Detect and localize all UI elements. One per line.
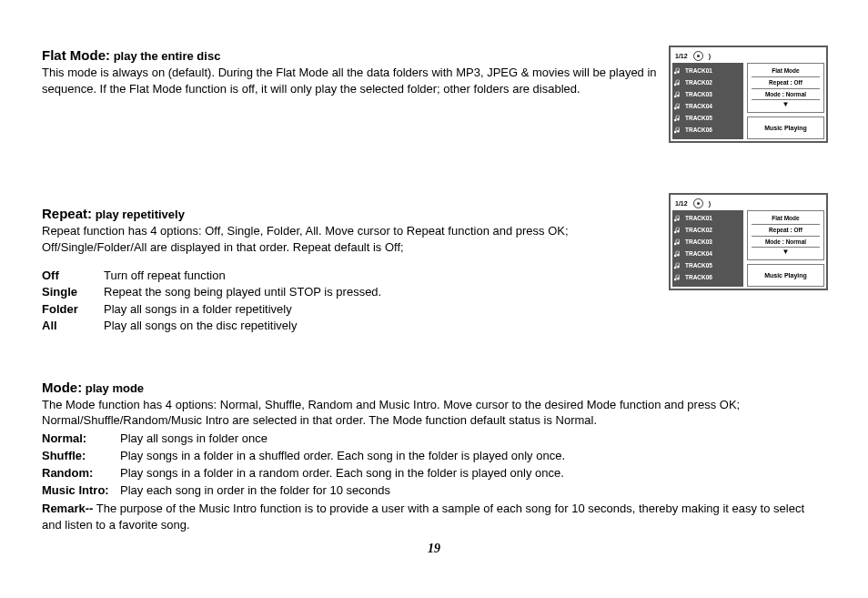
info-title: Flat Mode [752,214,820,225]
disc-icon [693,198,703,208]
widget-info: Flat Mode Repeat : Off Mode : Normal ▼ [747,63,824,113]
info-repeat: Repeat : Off [752,78,820,89]
info-mode: Mode : Normal [752,238,820,248]
music-note-icon [674,103,681,110]
info-title: Flat Mode [752,66,820,77]
table-row: SingleRepeat the song being played until… [42,284,381,300]
flat-mode-text: This mode is always on (default). During… [42,65,661,96]
player-widget-repeat: 1/12 ) TRACK01 TRACK02 TRACK03 TRACK04 T… [669,193,828,290]
list-item: TRACK05 [674,112,742,124]
table-row: FolderPlay all songs in a folder repetit… [42,301,381,318]
mode-text: The Mode function has 4 options: Normal,… [42,397,826,429]
mode-table: Normal:Play all songs in folder once Shu… [42,431,565,499]
section-mode: Mode: play mode The Mode function has 4 … [42,380,826,533]
repeat-title: Repeat: [42,206,92,221]
widget-paren: ) [709,53,711,59]
music-note-icon [674,79,681,86]
list-item: TRACK03 [674,236,742,248]
flat-mode-title: Flat Mode: [42,47,110,63]
player-widget-flat: 1/12 ) TRACK01 TRACK02 TRACK03 TRACK04 T… [669,46,828,143]
widget-count: 1/12 [675,200,688,207]
list-item: TRACK01 [674,212,742,224]
repeat-text: Repeat function has 4 options: Off, Sing… [42,223,661,255]
table-row: Music Intro:Play each song in order in t… [42,482,565,500]
music-note-icon [674,91,681,98]
chevron-down-icon: ▼ [752,101,820,108]
widget-status: Music Playing [747,264,824,287]
widget-paren: ) [709,200,711,207]
music-note-icon [674,262,681,269]
music-note-icon [674,115,681,122]
info-mode: Mode : Normal [752,90,820,101]
widget-header: 1/12 ) [672,197,824,210]
music-note-icon [674,250,681,258]
info-repeat: Repeat : Off [752,226,820,237]
music-note-icon [674,274,681,281]
disc-icon [693,51,703,61]
music-note-icon [674,215,681,222]
mode-sub: play mode [86,381,144,395]
mode-title: Mode: [42,380,82,395]
mode-remark: Remark-- The purpose of the Music Intro … [42,501,826,532]
music-note-icon [674,127,681,134]
list-item: TRACK06 [674,271,742,283]
list-item: TRACK05 [674,259,742,271]
music-note-icon [674,67,681,75]
list-item: TRACK04 [674,248,742,259]
flat-mode-sub: play the entire disc [114,49,221,63]
list-item: TRACK01 [674,65,742,76]
list-item: TRACK02 [674,76,742,88]
repeat-sub: play repetitively [96,208,185,221]
table-row: AllPlay all songs on the disc repetitive… [42,318,381,334]
track-list: TRACK01 TRACK02 TRACK03 TRACK04 TRACK05 … [672,63,743,139]
list-item: TRACK02 [674,224,742,236]
page-number: 19 [0,542,868,556]
table-row: Random:Play songs in a folder in a rando… [42,465,565,482]
table-row: Normal:Play all songs in folder once [42,431,565,448]
chevron-down-icon: ▼ [752,248,820,256]
widget-header: 1/12 ) [672,49,824,63]
list-item: TRACK06 [674,124,742,136]
widget-info: Flat Mode Repeat : Off Mode : Normal ▼ [747,210,824,260]
music-note-icon [674,238,681,246]
music-note-icon [674,227,681,234]
widget-status: Music Playing [747,117,824,139]
list-item: TRACK04 [674,100,742,112]
track-list: TRACK01 TRACK02 TRACK03 TRACK04 TRACK05 … [672,210,743,287]
widget-count: 1/12 [675,53,688,59]
repeat-table: OffTurn off repeat function SingleRepeat… [42,268,381,334]
table-row: Shuffle:Play songs in a folder in a shuf… [42,448,565,465]
table-row: OffTurn off repeat function [42,268,381,284]
list-item: TRACK03 [674,88,742,100]
